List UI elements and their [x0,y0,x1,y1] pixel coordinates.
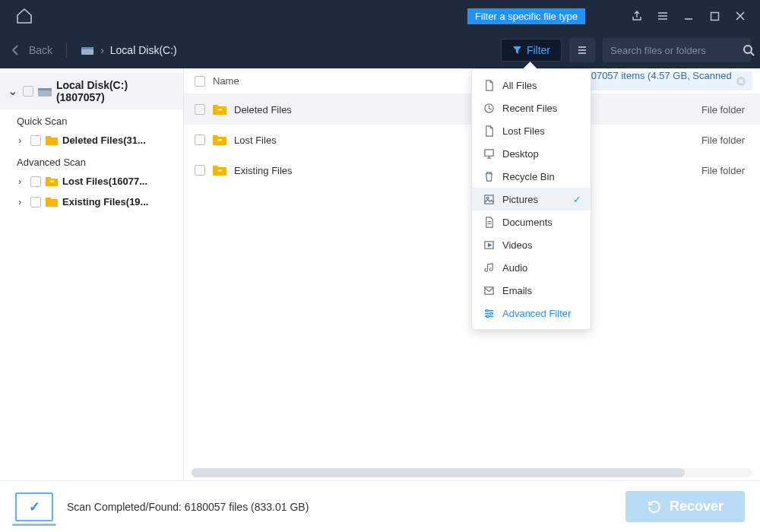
filter-option-label: All Files [502,80,537,91]
filter-option[interactable]: Lost Files [472,119,591,142]
tree-item-label: Existing Files(19... [62,196,148,207]
tree-item-label: Deleted Files(31... [62,135,146,146]
filter-option-label: Documents [502,217,553,228]
svg-rect-5 [38,88,52,90]
footer: Scan Completed/Found: 6180057 files (833… [0,480,760,532]
folder-icon [46,197,58,207]
filter-option-label: Videos [502,239,533,251]
svg-point-3 [744,46,752,53]
chevron-down-icon[interactable]: ⌄ [8,85,18,97]
home-icon[interactable] [15,7,33,25]
scan-complete-icon [15,492,53,521]
search-box[interactable] [603,38,751,62]
checkbox[interactable] [195,165,205,176]
audio-icon [483,261,495,274]
sidebar: ⌄ Local Disk(C:)(1807057) Quick Scan › D… [0,68,184,480]
folder-icon [46,135,58,145]
checkbox[interactable] [23,86,33,97]
toolbar: Back › Local Disk(C:) Filter [0,32,760,68]
row-name: Lost Files [234,135,684,146]
filter-button[interactable]: Filter [501,39,562,62]
filter-option-label: Pictures [502,194,538,205]
filter-option-label: Emails [502,285,532,296]
row-type: File folder [692,135,745,146]
filter-option[interactable]: Pictures✓ [472,188,591,211]
filter-option[interactable]: Desktop [472,142,591,165]
advanced-filter-label: Advanced Filter [502,308,571,319]
filter-option-label: Recent Files [502,103,557,114]
chevron-right-icon[interactable]: › [18,176,26,187]
filter-option-label: Recycle Bin [502,171,555,182]
recover-button[interactable]: Recover [625,491,745,522]
doc-icon [483,216,495,228]
view-toggle-button[interactable] [569,38,595,62]
svg-point-17 [486,309,488,312]
svg-rect-10 [217,169,222,172]
clock-icon [483,102,495,114]
breadcrumb[interactable]: › Local Disk(C:) [81,43,177,57]
tree-section-label: Quick Scan [0,109,183,130]
checkbox[interactable] [195,104,205,115]
horizontal-scrollbar[interactable] [192,468,752,477]
close-icon[interactable] [734,10,746,22]
svg-rect-0 [711,12,718,20]
main-area: ⌄ Local Disk(C:)(1807057) Quick Scan › D… [0,68,760,480]
folder-icon [213,165,226,176]
file-icon [483,125,495,137]
tree-item-label: Lost Files(16077... [62,176,147,187]
checkbox[interactable] [195,135,205,145]
tree-root-label: Local Disk(C:)(1807057) [56,79,176,103]
checkbox[interactable] [30,135,41,146]
filter-option-label: Desktop [502,148,539,160]
close-icon[interactable] [736,76,746,87]
chevron-right-icon[interactable]: › [18,196,26,207]
file-icon [483,79,495,91]
search-icon[interactable] [743,44,755,57]
filter-option[interactable]: All Files [472,74,591,97]
bin-icon [483,170,495,182]
advanced-filter-link[interactable]: Advanced Filter [472,302,591,325]
sliders-icon [483,307,495,319]
filter-option[interactable]: Emails [472,279,591,302]
svg-point-18 [489,312,492,315]
tree-root[interactable]: ⌄ Local Disk(C:)(1807057) [0,73,183,109]
column-name: Name [213,75,239,87]
window-controls [631,10,746,22]
menu-icon[interactable] [657,10,669,22]
drive-icon [38,86,52,97]
tooltip-badge: Filter a specific file type [467,8,585,24]
back-button[interactable]: Back [9,43,52,57]
svg-point-14 [486,197,488,198]
tree-item-lost[interactable]: › Lost Files(16077... [0,171,183,192]
filter-option[interactable]: Documents [472,211,591,233]
chevron-right-icon[interactable]: › [18,135,26,146]
row-name: Existing Files [234,165,684,176]
tree-section-label: Advanced Scan [0,150,183,171]
svg-rect-6 [49,181,54,183]
minimize-icon[interactable] [682,10,695,22]
filter-option[interactable]: Audio [472,256,591,279]
checkbox[interactable] [30,176,41,187]
filter-label: Filter [527,44,550,56]
share-icon[interactable] [631,10,643,22]
filter-option[interactable]: Videos [472,233,591,256]
svg-rect-9 [217,139,222,141]
breadcrumb-label: Local Disk(C:) [110,44,177,56]
tree-item-deleted[interactable]: › Deleted Files(31... [0,130,183,150]
filter-option[interactable]: Recent Files [472,97,591,119]
search-input[interactable] [610,45,738,56]
row-type: File folder [692,104,745,116]
folder-icon [213,135,226,145]
video-icon [483,239,495,251]
tree-item-existing[interactable]: › Existing Files(19... [0,192,183,212]
folder-icon [213,104,226,115]
filter-dropdown: All FilesRecent FilesLost FilesDesktopRe… [471,68,591,330]
svg-rect-8 [217,109,222,111]
filter-option[interactable]: Recycle Bin [472,165,591,188]
svg-rect-13 [484,195,492,203]
row-name: Deleted Files [234,104,684,116]
checkbox[interactable] [30,197,41,207]
checkbox-all[interactable] [195,76,205,87]
maximize-icon[interactable] [708,10,720,22]
picture-icon [483,193,495,205]
